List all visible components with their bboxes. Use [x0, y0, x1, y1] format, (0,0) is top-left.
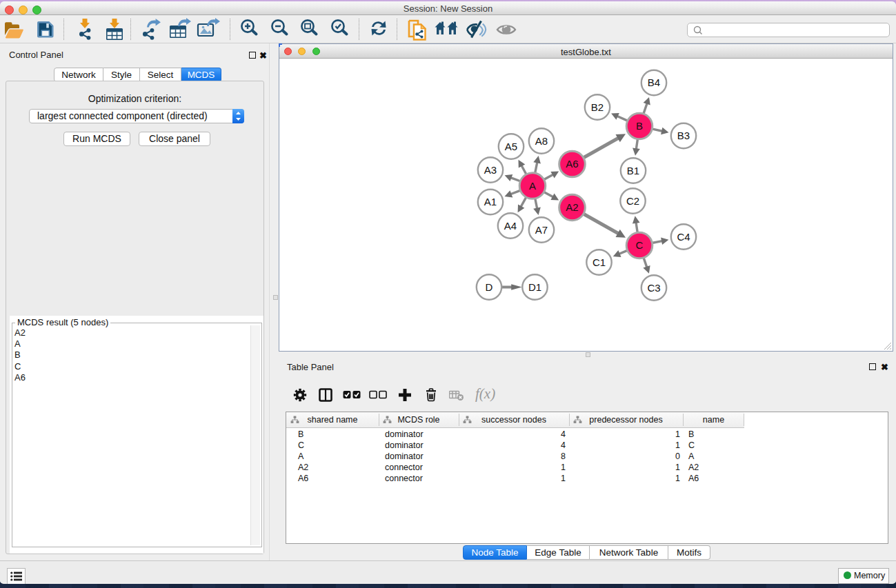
svg-text:C3: C3 [647, 282, 660, 294]
svg-text:C4: C4 [677, 231, 690, 243]
svg-text:A6: A6 [566, 158, 578, 170]
svg-text:A2: A2 [566, 201, 578, 213]
svg-text:A3: A3 [484, 164, 497, 176]
svg-text:B2: B2 [591, 101, 604, 113]
svg-text:A4: A4 [504, 220, 517, 232]
svg-text:C: C [636, 239, 644, 251]
svg-text:B: B [636, 120, 643, 132]
svg-text:A: A [529, 180, 536, 192]
svg-text:B4: B4 [648, 77, 660, 88]
svg-text:D1: D1 [528, 281, 541, 293]
svg-text:C1: C1 [593, 256, 606, 268]
svg-text:D: D [486, 281, 493, 293]
svg-text:C2: C2 [626, 195, 639, 207]
svg-text:A1: A1 [484, 196, 497, 207]
svg-text:B1: B1 [627, 165, 639, 176]
svg-text:B3: B3 [677, 130, 690, 141]
svg-text:A8: A8 [535, 135, 548, 147]
svg-text:A5: A5 [505, 141, 517, 152]
svg-text:A7: A7 [535, 224, 548, 236]
